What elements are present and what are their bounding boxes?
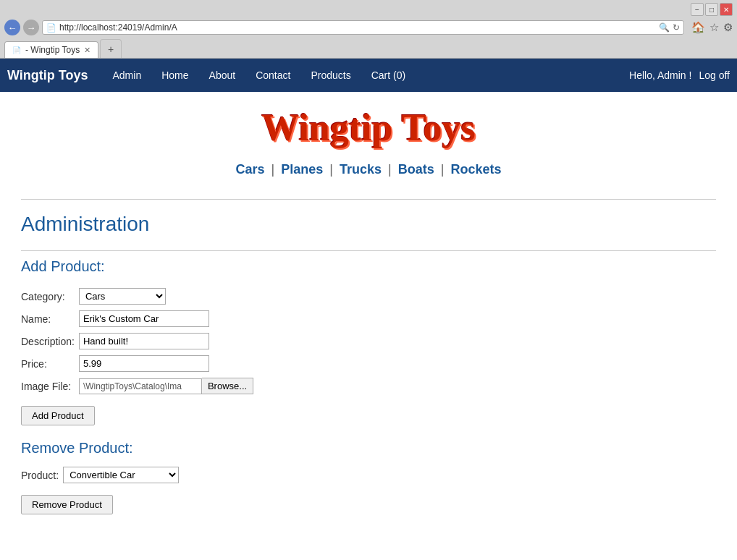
name-input[interactable]	[79, 310, 209, 327]
file-input-text: \WingtipToys\Catalog\Ima	[79, 378, 202, 394]
name-row: Name:	[21, 307, 258, 330]
product-label: Product:	[21, 470, 59, 481]
category-rockets[interactable]: Rockets	[450, 162, 501, 177]
browser-titlebar: − □ ✕	[0, 0, 737, 17]
browser-addressbar: ← → 📄 http://localhost:24019/Admin/A 🔍 ↻…	[0, 17, 737, 39]
nav-products[interactable]: Products	[300, 60, 361, 90]
category-cell: Cars Planes Trucks Boats Rockets	[79, 285, 258, 307]
price-input[interactable]	[79, 355, 209, 372]
price-row: Price:	[21, 352, 258, 375]
nav-admin[interactable]: Admin	[103, 60, 152, 90]
product-select[interactable]: Convertible Car Sports Car Rocket Car	[63, 467, 179, 483]
new-tab-icon: +	[108, 43, 114, 55]
nav-contact[interactable]: Contact	[245, 60, 300, 90]
address-page-icon: 📄	[46, 23, 56, 33]
site-title-area: Wingtip Toys	[21, 92, 716, 156]
add-product-form: Category: Cars Planes Trucks Boats Rocke…	[21, 285, 258, 397]
remove-product-section: Remove Product: Product: Convertible Car…	[21, 440, 716, 514]
add-product-title: Add Product:	[21, 258, 716, 275]
remove-form-row: Product: Convertible Car Sports Car Rock…	[21, 467, 716, 483]
image-label: Image File:	[21, 375, 79, 397]
hello-text: Hello, Admin !	[629, 69, 691, 81]
restore-button[interactable]: □	[705, 3, 718, 16]
star-icon[interactable]: ☆	[709, 21, 719, 34]
category-trucks[interactable]: Trucks	[340, 162, 382, 177]
logoff-link[interactable]: Log off	[699, 69, 730, 81]
top-divider	[21, 199, 716, 200]
add-product-button[interactable]: Add Product	[21, 406, 95, 425]
name-cell	[79, 307, 258, 330]
price-label: Price:	[21, 352, 79, 375]
description-label: Description:	[21, 330, 79, 352]
browser-toolbar-icons: 🏠 ☆ ⚙	[691, 21, 733, 34]
close-button[interactable]: ✕	[720, 3, 733, 16]
tab-title: - Wingtip Toys	[25, 45, 80, 55]
nav-home[interactable]: Home	[151, 60, 198, 90]
navbar-links: Admin Home About Contact Products Cart (…	[103, 60, 630, 90]
navbar: Wingtip Toys Admin Home About Contact Pr…	[0, 59, 737, 92]
browse-button[interactable]: Browse...	[202, 378, 253, 394]
sep-4: |	[441, 162, 445, 177]
sep-3: |	[388, 162, 392, 177]
nav-cart[interactable]: Cart (0)	[361, 60, 416, 90]
image-row: Image File: \WingtipToys\Catalog\Ima Bro…	[21, 375, 258, 397]
price-cell	[79, 352, 258, 375]
minimize-button[interactable]: −	[691, 3, 704, 16]
category-label: Category:	[21, 285, 79, 307]
category-boats[interactable]: Boats	[398, 162, 434, 177]
home-icon[interactable]: 🏠	[691, 21, 705, 34]
category-planes[interactable]: Planes	[281, 162, 323, 177]
tab-close-button[interactable]: ✕	[84, 46, 90, 55]
back-button[interactable]: ←	[4, 20, 20, 35]
reload-icon[interactable]: ↻	[673, 22, 680, 33]
image-cell: \WingtipToys\Catalog\Ima Browse...	[79, 375, 258, 397]
name-label: Name:	[21, 307, 79, 330]
main-content: Wingtip Toys Cars | Planes | Trucks | Bo…	[7, 92, 730, 543]
tab-favicon: 📄	[12, 46, 21, 54]
category-links: Cars | Planes | Trucks | Boats | Rockets	[21, 156, 716, 192]
site-title: Wingtip Toys	[261, 107, 475, 148]
address-text: http://localhost:24019/Admin/A	[59, 22, 656, 33]
nav-about[interactable]: About	[199, 60, 246, 90]
settings-icon[interactable]: ⚙	[723, 21, 733, 34]
category-row: Category: Cars Planes Trucks Boats Rocke…	[21, 285, 258, 307]
category-select[interactable]: Cars Planes Trucks Boats Rockets	[79, 288, 166, 305]
description-cell	[79, 330, 258, 352]
new-tab-button[interactable]: +	[100, 39, 122, 58]
category-cars[interactable]: Cars	[235, 162, 264, 177]
page-title: Administration	[21, 213, 716, 236]
navbar-right: Hello, Admin ! Log off	[629, 69, 730, 81]
remove-product-button[interactable]: Remove Product	[21, 495, 113, 514]
sep-1: |	[271, 162, 275, 177]
address-box[interactable]: 📄 http://localhost:24019/Admin/A 🔍 ↻	[42, 20, 684, 35]
sep-2: |	[329, 162, 333, 177]
remove-product-title: Remove Product:	[21, 440, 716, 457]
search-icon[interactable]: 🔍	[659, 22, 670, 33]
mid-divider	[21, 250, 716, 251]
description-row: Description:	[21, 330, 258, 352]
description-input[interactable]	[79, 333, 209, 349]
forward-button[interactable]: →	[23, 20, 39, 35]
browser-chrome: − □ ✕ ← → 📄 http://localhost:24019/Admin…	[0, 0, 737, 59]
navbar-brand[interactable]: Wingtip Toys	[7, 68, 88, 83]
file-input-container: \WingtipToys\Catalog\Ima Browse...	[79, 378, 253, 394]
browser-tab[interactable]: 📄 - Wingtip Toys ✕	[4, 41, 98, 58]
